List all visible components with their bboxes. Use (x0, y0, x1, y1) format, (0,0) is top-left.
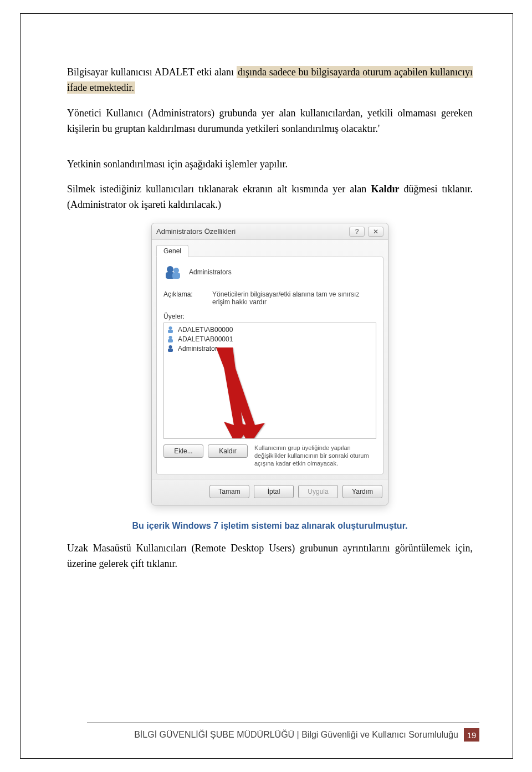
paragraph-3: Yetkinin sonlandırılması için aşağıdaki … (67, 157, 473, 172)
svg-point-6 (169, 336, 172, 339)
help-button[interactable]: Yardım (342, 485, 382, 498)
dialog-title: Administrators Özellikleri (156, 227, 236, 236)
para4-bold: Kaldır (371, 183, 399, 195)
user-icon (166, 335, 175, 343)
footer-text: BİLGİ GÜVENLİĞİ ŞUBE MÜDÜRLÜĞÜ | Bilgi G… (134, 730, 458, 740)
apply-button[interactable]: Uygula (298, 485, 338, 498)
desc-label: Açıklama: (163, 290, 207, 306)
remove-button[interactable]: Kaldır (208, 444, 248, 458)
dialog-panel: Administrators Açıklama: Yöneticilerin b… (156, 257, 383, 474)
svg-point-0 (167, 266, 173, 273)
member-label: ADALET\AB00000 (178, 326, 233, 334)
red-arrows-icon (184, 347, 295, 439)
admin-properties-dialog: Administrators Özellikleri ? ✕ Genel (151, 223, 388, 505)
ok-label: Tamam (218, 488, 240, 495)
cancel-label: İptal (268, 488, 280, 495)
footer-divider (87, 722, 479, 723)
svg-rect-7 (168, 339, 173, 342)
paragraph-4: Silmek istediğiniz kullanıcıları tıklana… (67, 182, 473, 213)
ok-button[interactable]: Tamam (209, 485, 249, 498)
page-number: 19 (464, 728, 479, 742)
figure-caption: Bu içerik Windows 7 işletim sistemi baz … (67, 521, 473, 531)
svg-point-4 (169, 326, 172, 330)
members-list[interactable]: ADALET\AB00000 ADALET\AB00001 Administra… (163, 323, 376, 439)
user-icon (166, 325, 175, 334)
para1-pre: Bilgisayar kullanıcısı ADALET etki alanı (67, 67, 237, 78)
svg-rect-9 (168, 349, 173, 352)
svg-marker-10 (221, 347, 253, 439)
paragraph-1: Bilgisayar kullanıcısı ADALET etki alanı… (67, 65, 473, 96)
svg-rect-5 (168, 330, 173, 333)
add-label: Ekle... (174, 447, 192, 455)
desc-value: Yöneticilerin bilgisayar/etki alanına ta… (212, 290, 376, 306)
para4-a: Silmek istediğiniz kullanıcıları tıklana… (67, 183, 371, 195)
svg-marker-11 (216, 347, 265, 439)
member-label: Administrator (178, 345, 217, 352)
question-icon: ? (355, 228, 359, 236)
group-name: Administrators (189, 268, 232, 276)
close-title-button[interactable]: ✕ (368, 227, 383, 237)
svg-point-2 (173, 268, 179, 273)
close-icon: ✕ (373, 228, 378, 236)
add-button[interactable]: Ekle... (163, 444, 203, 458)
paragraph-5: Uzak Masaüstü Kullanıcıları (Remote Desk… (67, 541, 473, 572)
users-group-icon (163, 264, 182, 280)
help-title-button[interactable]: ? (349, 227, 365, 237)
list-item[interactable]: ADALET\AB00000 (166, 325, 374, 334)
members-label: Üyeler: (163, 313, 376, 320)
svg-point-8 (169, 345, 172, 349)
apply-label: Uygula (308, 488, 328, 495)
user-icon (166, 344, 175, 352)
page-border: Bilgisayar kullanıcısı ADALET etki alanı… (20, 13, 513, 759)
svg-rect-3 (172, 273, 180, 279)
page-footer: BİLGİ GÜVENLİĞİ ŞUBE MÜDÜRLÜĞÜ | Bilgi G… (21, 722, 513, 742)
member-change-hint: Kullanıcının grup üyeliğinde yapılan değ… (254, 444, 376, 467)
list-item[interactable]: ADALET\AB00001 (166, 334, 374, 344)
member-label: ADALET\AB00001 (178, 335, 233, 343)
list-item[interactable]: Administrator (166, 344, 374, 353)
cancel-button[interactable]: İptal (254, 485, 294, 498)
dialog-titlebar[interactable]: Administrators Özellikleri ? ✕ (152, 223, 388, 240)
paragraph-2: Yönetici Kullanıcı (Administrators) grub… (67, 106, 473, 137)
remove-label: Kaldır (219, 447, 236, 455)
tab-general[interactable]: Genel (156, 245, 188, 257)
help-label: Yardım (352, 488, 373, 495)
